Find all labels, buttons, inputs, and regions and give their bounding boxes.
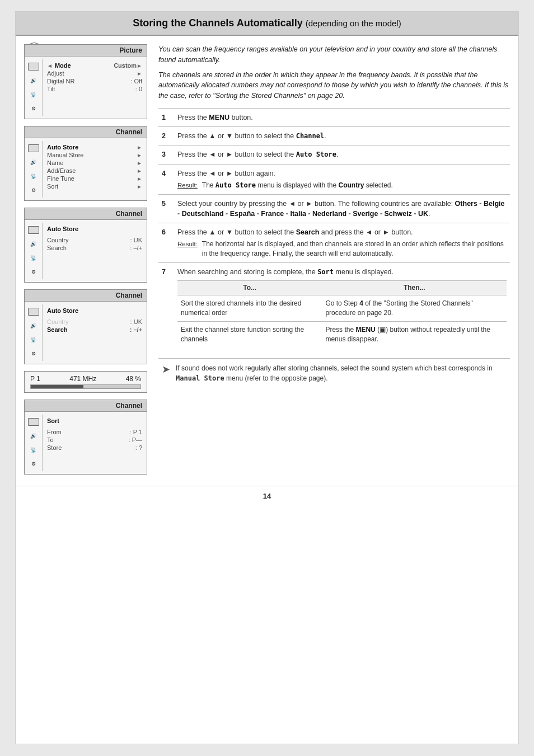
menu-row-tilt: Tilt : 0 — [47, 85, 142, 93]
menu-row-from: From : P 1 — [47, 428, 142, 436]
tip-text: If sound does not work regularly after s… — [176, 363, 507, 383]
menu-box-channel1-content: Auto Store ► Manual Store ► Name ► Add — [43, 141, 147, 198]
tv-icon-4 — [27, 306, 40, 317]
speaker-icon-4: 🔊 — [27, 320, 40, 331]
menu-icons: 🔊 📡 ⚙ — [25, 59, 43, 116]
progress-percent: 48 % — [126, 375, 141, 383]
progress-box: P 1 471 MHz 48 % — [24, 371, 147, 393]
progress-header: P 1 471 MHz 48 % — [30, 375, 141, 383]
arrow-right-icon: ► — [137, 63, 142, 69]
step-content-5: Select your country by pressing the ◄ or… — [174, 194, 510, 223]
menu-box-channel3-header: Channel — [25, 290, 147, 302]
menu-row-sort2: Sort — [47, 417, 142, 425]
menu-box-channel3-content: Auto Store Country : UK Search : –/+ — [43, 304, 147, 361]
menu-row-autostore3: Auto Store — [47, 307, 142, 314]
result-text-4: The Auto Store menu is displayed with th… — [202, 181, 393, 190]
settings-icon-4: ⚙ — [27, 348, 40, 359]
result-row-4: Result: The Auto Store menu is displayed… — [177, 181, 507, 190]
progress-bar-inner — [31, 385, 83, 388]
antenna-icon-5: 📡 — [27, 444, 40, 456]
tip-box: ➤ If sound does not work regularly after… — [158, 358, 510, 388]
sub-table-row1-col1: Sort the stored channels into the desire… — [177, 295, 322, 322]
step-content-6: Press the ▲ or ▼ button to select the Se… — [174, 223, 510, 262]
steps-table: 1 Press the MENU button. 2 Press the ▲ o… — [158, 108, 510, 351]
menu-box-picture-content: ◄ Mode Custom ► Adjust ► Digital NR : Of… — [43, 59, 147, 116]
result-row-6: Result: The horizontal bar is displayed,… — [177, 240, 507, 259]
step-num-7: 7 — [158, 262, 174, 351]
sub-table-col2-header: Then... — [322, 280, 507, 295]
step-num-2: 2 — [158, 126, 174, 145]
speaker-icon-2: 🔊 — [27, 157, 40, 168]
menu-row-country3: Country : UK — [47, 318, 142, 326]
arrow-right-icon-5: ► — [137, 168, 142, 174]
menu-row-name: Name ► — [47, 159, 142, 167]
left-column: Picture 🔊 📡 ⚙ ◄ Mode Custom ► — [24, 41, 147, 475]
result-text-6: The horizontal bar is displayed, and the… — [202, 240, 507, 259]
menu-row-mode: ◄ Mode Custom ► — [47, 62, 142, 69]
sub-table-row2-col1: Exit the channel store function sorting … — [177, 321, 322, 347]
step-num-4: 4 — [158, 164, 174, 194]
step-num-1: 1 — [158, 108, 174, 126]
settings-icon: ⚙ — [27, 103, 40, 114]
menu-icons-2: 🔊 📡 ⚙ — [25, 141, 43, 198]
arrow-right-icon: ► — [137, 71, 142, 77]
menu-box-channel3: Channel 🔊 📡 ⚙ Auto Store Co — [24, 289, 147, 364]
menu-box-channel4: Channel 🔊 📡 ⚙ Sort From — [24, 400, 147, 475]
step-content-1: Press the MENU button. — [174, 108, 510, 126]
menu-row-search3: Search : –/+ — [47, 326, 142, 334]
tv-icon-3 — [27, 224, 40, 236]
menu-row-adjust: Adjust ► — [47, 69, 142, 77]
menu-row-digital-nr: Digital NR : Off — [47, 77, 142, 85]
step-row-6: 6 Press the ▲ or ▼ button to select the … — [158, 223, 510, 262]
menu-box-channel1: Channel 🔊 📡 ⚙ Auto Store ► — [24, 126, 147, 201]
settings-icon-2: ⚙ — [27, 185, 40, 196]
menu-box-picture-header: Picture — [25, 45, 147, 57]
step-row-3: 3 Press the ◄ or ► button to select the … — [158, 145, 510, 164]
menu-icons-4: 🔊 📡 ⚙ — [25, 304, 43, 361]
main-layout: Picture 🔊 📡 ⚙ ◄ Mode Custom ► — [16, 36, 518, 486]
menu-icons-5: 🔊 📡 ⚙ — [25, 415, 43, 471]
speaker-icon-5: 🔊 — [27, 430, 40, 442]
arrow-right-icon-6: ► — [137, 176, 142, 182]
menu-box-channel4-header: Channel — [25, 400, 147, 412]
menu-row-finetune: Fine Tune ► — [47, 175, 142, 182]
sub-table-row-1: Sort the stored channels into the desire… — [177, 295, 507, 322]
antenna-icon-3: 📡 — [27, 252, 40, 264]
step-content-2: Press the ▲ or ▼ button to select the Ch… — [174, 126, 510, 145]
step-content-3: Press the ◄ or ► button to select the Au… — [174, 145, 510, 164]
tv-icon-2 — [27, 143, 40, 154]
menu-row-to: To : P— — [47, 436, 142, 444]
menu-row-store: Store : ? — [47, 444, 142, 452]
menu-box-channel2-header: Channel — [25, 208, 147, 220]
sub-table-row2-col2: Press the MENU (▣) button without repeat… — [322, 321, 507, 347]
step-num-3: 3 — [158, 145, 174, 164]
result-label-4: Result: — [177, 181, 198, 190]
menu-icons-3: 🔊 📡 ⚙ — [25, 223, 43, 279]
step-content-4: Press the ◄ or ► button again. Result: T… — [174, 164, 510, 194]
tv-icon — [27, 61, 40, 72]
menu-row-adderase: Add/Erase ► — [47, 167, 142, 175]
sub-table-row1-col2: Go to Step 4 of the "Sorting the Stored … — [322, 295, 507, 322]
step-row-2: 2 Press the ▲ or ▼ button to select the … — [158, 126, 510, 145]
step-row-4: 4 Press the ◄ or ► button again. Result:… — [158, 164, 510, 194]
progress-frequency: 471 MHz — [69, 375, 96, 383]
menu-row-country2: Country : UK — [47, 236, 142, 244]
intro-text: You can scan the frequency ranges availa… — [158, 44, 510, 101]
menu-box-channel2: Channel 🔊 📡 ⚙ Auto Store Co — [24, 208, 147, 283]
speaker-icon: 🔊 — [27, 75, 40, 86]
menu-row-search2: Search : –/+ — [47, 244, 142, 252]
menu-row-autostore: Auto Store ► — [47, 143, 142, 151]
tip-arrow-icon: ➤ — [162, 362, 170, 383]
progress-bar-outer — [30, 384, 141, 389]
title-bar: Storing the Channels Automatically (depe… — [16, 12, 518, 36]
step-content-7: When searching and storing is complete, … — [174, 262, 510, 351]
step-row-7: 7 When searching and storing is complete… — [158, 262, 510, 351]
page: Storing the Channels Automatically (depe… — [15, 11, 519, 744]
arrow-right-icon-4: ► — [137, 160, 142, 166]
speaker-icon-3: 🔊 — [27, 238, 40, 250]
antenna-icon: 📡 — [27, 89, 40, 100]
right-column: You can scan the frequency ranges availa… — [158, 41, 510, 475]
menu-row-sort1: Sort ► — [47, 182, 142, 190]
settings-icon-5: ⚙ — [27, 458, 40, 469]
progress-channel: P 1 — [30, 375, 40, 383]
